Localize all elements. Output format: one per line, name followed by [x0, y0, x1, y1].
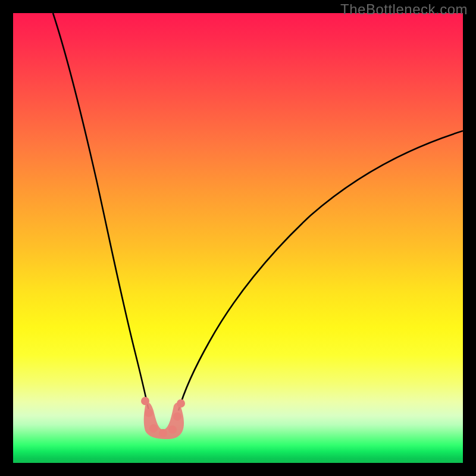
plot-area: [13, 13, 463, 463]
curve-plot: [13, 13, 463, 463]
valley-band: [141, 397, 185, 439]
svg-point-0: [141, 397, 149, 405]
svg-point-1: [145, 409, 153, 417]
svg-point-5: [173, 412, 181, 421]
svg-point-2: [149, 424, 158, 433]
right-curve: [178, 131, 463, 411]
chart-container: TheBottleneck.com: [0, 0, 476, 476]
watermark-text: TheBottleneck.com: [340, 1, 468, 18]
svg-point-3: [159, 429, 167, 437]
left-curve: [53, 13, 149, 411]
svg-point-4: [168, 425, 177, 434]
svg-point-6: [177, 399, 185, 408]
